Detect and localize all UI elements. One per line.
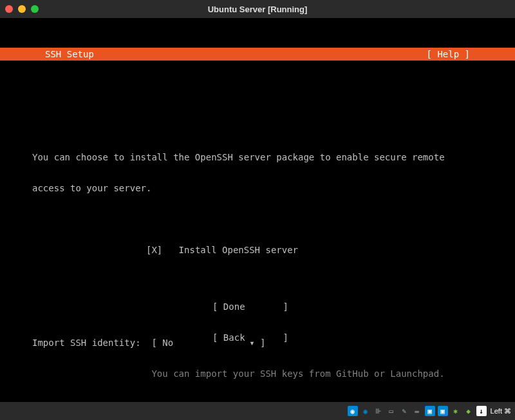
- intro-line2: access to your server.: [32, 183, 483, 193]
- close-window-button[interactable]: [5, 5, 13, 13]
- intro-line1: You can choose to install the OpenSSH se…: [32, 152, 483, 162]
- back-button[interactable]: [ Back ]: [212, 332, 288, 343]
- installer-header: SSH Setup [ Help ]: [0, 48, 515, 61]
- done-button[interactable]: [ Done ]: [212, 301, 288, 312]
- traffic-lights: [5, 5, 39, 13]
- page-title: SSH Setup: [45, 49, 94, 59]
- vm-screen: SSH Setup [ Help ] You can choose to ins…: [0, 18, 515, 402]
- import-identity-hint: You can import your SSH keys from GitHub…: [32, 368, 483, 379]
- help-button[interactable]: [ Help ]: [427, 49, 470, 59]
- maximize-window-button[interactable]: [31, 5, 39, 13]
- install-openssh-checkbox[interactable]: [X]: [146, 245, 162, 255]
- installer-content: You can choose to install the OpenSSH se…: [0, 91, 515, 420]
- install-openssh-row: [X] Install OpenSSH server: [32, 245, 483, 255]
- window-titlebar: Ubuntu Server [Running]: [0, 0, 515, 18]
- minimize-window-button[interactable]: [18, 5, 26, 13]
- action-buttons: [ Done ] [ Back ]: [0, 281, 515, 363]
- window-title: Ubuntu Server [Running]: [208, 5, 308, 14]
- install-openssh-label: Install OpenSSH server: [179, 245, 298, 255]
